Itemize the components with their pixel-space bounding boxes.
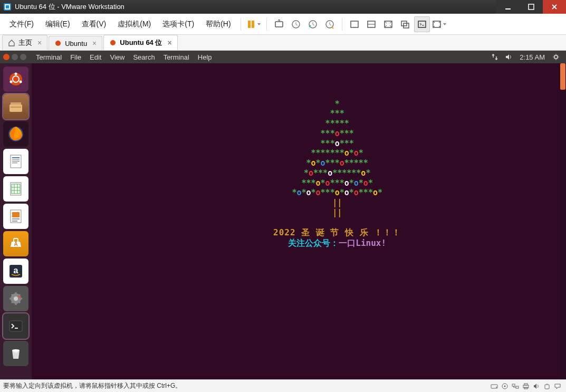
svg-text:a: a xyxy=(14,266,18,275)
amazon-icon[interactable]: a xyxy=(3,259,28,284)
menu-search[interactable]: Search xyxy=(129,53,159,61)
settings-icon[interactable] xyxy=(3,286,28,311)
view-unity-button[interactable] xyxy=(397,16,413,32)
svg-point-19 xyxy=(55,41,61,46)
power-button[interactable] xyxy=(245,18,262,30)
window-close-icon[interactable] xyxy=(3,54,9,60)
menu-edit[interactable]: Edit xyxy=(85,53,105,61)
statusbar: 要将输入定向到该虚拟机，请将鼠标指针移入其中或按 Ctrl+G。 xyxy=(0,379,566,392)
dash-icon[interactable] xyxy=(3,66,28,92)
ubuntu-icon xyxy=(54,40,62,47)
snapshot-button[interactable] xyxy=(288,16,304,32)
fullscreen-button[interactable] xyxy=(431,18,448,30)
vmware-tabs: 主页 × Ubuntu × Ubuntu 64 位 × xyxy=(0,35,566,51)
sound-icon[interactable] xyxy=(502,53,515,61)
separator xyxy=(241,18,241,31)
svg-rect-63 xyxy=(545,385,549,389)
menu-terminal[interactable]: Terminal xyxy=(32,53,66,61)
menu-file[interactable]: 文件(F) xyxy=(4,17,39,31)
svg-rect-3 xyxy=(529,4,534,9)
svg-rect-43 xyxy=(12,212,20,217)
software-icon[interactable]: A xyxy=(3,231,28,256)
menu-view[interactable]: 查看(V) xyxy=(76,17,112,31)
tab-close-button[interactable]: × xyxy=(92,39,97,47)
app-icon xyxy=(3,3,12,11)
view-split-button[interactable] xyxy=(363,16,379,32)
svg-rect-34 xyxy=(12,161,20,162)
view-expand-button[interactable] xyxy=(380,16,396,32)
maximize-button[interactable] xyxy=(520,0,543,14)
calc-icon[interactable] xyxy=(3,176,28,202)
svg-rect-28 xyxy=(9,104,22,112)
trash-icon[interactable] xyxy=(3,341,28,366)
scrollbar-thumb[interactable] xyxy=(560,63,565,90)
snapshot-manager-button[interactable] xyxy=(322,16,338,32)
tab-ubuntu[interactable]: Ubuntu × xyxy=(49,36,102,50)
menu-vm[interactable]: 虚拟机(M) xyxy=(112,17,156,31)
impress-icon[interactable] xyxy=(3,204,28,229)
guest-display[interactable]: Terminal File Edit View Search Terminal … xyxy=(0,51,566,379)
window-minimize-icon[interactable] xyxy=(12,54,18,60)
menu-help[interactable]: Help xyxy=(194,53,216,61)
window-title: Ubuntu 64 位 - VMware Workstation xyxy=(15,2,496,12)
svg-rect-33 xyxy=(12,159,20,160)
svg-rect-58 xyxy=(512,384,515,386)
separator xyxy=(342,18,342,31)
svg-rect-10 xyxy=(351,21,358,27)
svg-point-21 xyxy=(554,55,558,59)
tab-close-button[interactable]: × xyxy=(167,39,171,47)
terminal-icon[interactable] xyxy=(3,313,28,339)
cd-icon[interactable] xyxy=(500,381,510,391)
console-button[interactable] xyxy=(414,16,430,32)
svg-rect-16 xyxy=(418,21,426,27)
svg-rect-59 xyxy=(516,386,519,388)
svg-point-55 xyxy=(496,387,497,388)
network-status-icon[interactable] xyxy=(510,381,521,391)
close-button[interactable] xyxy=(543,0,566,14)
gear-icon[interactable] xyxy=(549,53,563,61)
tab-ubuntu-64[interactable]: Ubuntu 64 位 × xyxy=(103,35,177,50)
files-icon[interactable] xyxy=(3,94,28,119)
snapshot-revert-button[interactable] xyxy=(305,16,321,32)
svg-rect-32 xyxy=(12,157,20,158)
network-icon[interactable] xyxy=(488,53,502,61)
clock[interactable]: 2:15 AM xyxy=(515,53,549,61)
terminal-output: ************o******o**********o*o**o*o**… xyxy=(32,63,566,379)
svg-point-57 xyxy=(504,385,506,387)
menu-edit[interactable]: 编辑(E) xyxy=(40,17,75,31)
sound-status-icon[interactable] xyxy=(531,381,542,391)
disk-icon[interactable] xyxy=(489,381,500,391)
vmware-menubar: 文件(F) 编辑(E) 查看(V) 虚拟机(M) 选项卡(T) 帮助(H) xyxy=(0,14,566,35)
send-ctrl-alt-del-button[interactable] xyxy=(271,16,287,32)
tab-label: Ubuntu xyxy=(65,40,87,47)
firefox-icon[interactable] xyxy=(3,121,28,147)
svg-point-26 xyxy=(20,81,22,83)
separator xyxy=(266,18,267,31)
scrollbar[interactable] xyxy=(560,63,566,379)
ubuntu-icon xyxy=(109,39,117,46)
ubuntu-top-panel: Terminal File Edit View Search Terminal … xyxy=(0,51,566,63)
printer-icon[interactable] xyxy=(521,381,531,391)
svg-point-25 xyxy=(10,81,13,83)
menu-view[interactable]: View xyxy=(105,53,129,61)
menu-tabs[interactable]: 选项卡(T) xyxy=(157,17,199,31)
window-maximize-icon[interactable] xyxy=(20,54,26,60)
writer-icon[interactable] xyxy=(3,149,28,174)
svg-point-24 xyxy=(15,73,17,75)
view-single-button[interactable] xyxy=(347,16,362,32)
minimize-button[interactable] xyxy=(496,0,520,14)
message-icon[interactable] xyxy=(552,381,563,391)
tab-home[interactable]: 主页 × xyxy=(2,35,47,50)
usb-status-icon[interactable] xyxy=(542,381,552,391)
svg-rect-29 xyxy=(11,107,21,108)
menu-terminal-2[interactable]: Terminal xyxy=(159,53,194,61)
menu-help[interactable]: 帮助(H) xyxy=(200,17,236,31)
unity-launcher: A a xyxy=(0,63,32,379)
status-message: 要将输入定向到该虚拟机，请将鼠标指针移入其中或按 Ctrl+G。 xyxy=(3,381,489,390)
svg-rect-51 xyxy=(9,321,22,331)
svg-rect-44 xyxy=(12,218,20,219)
tab-close-button[interactable]: × xyxy=(37,39,42,47)
menu-file[interactable]: File xyxy=(66,53,85,61)
svg-rect-45 xyxy=(12,221,17,222)
home-icon xyxy=(8,39,15,46)
